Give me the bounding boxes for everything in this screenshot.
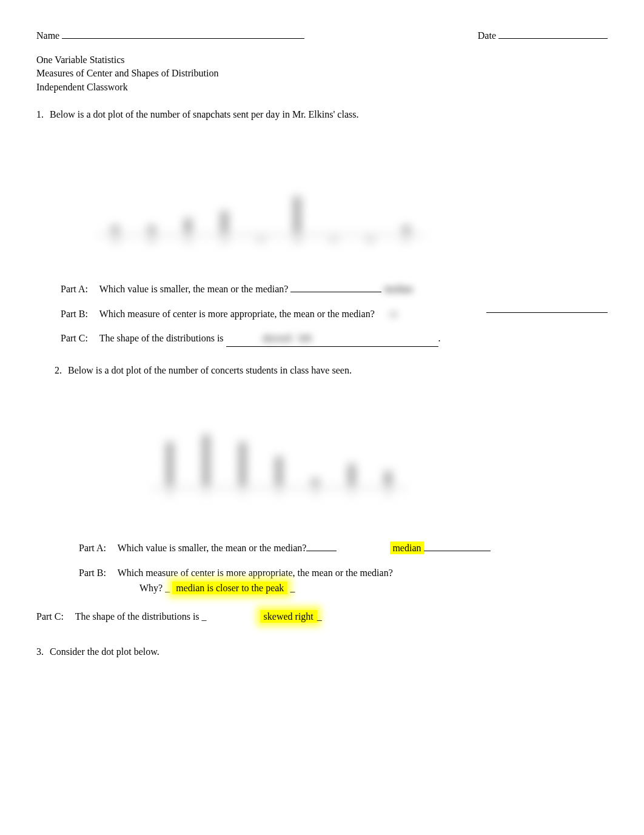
axis-tick: 5	[334, 488, 370, 498]
partA-blur-answer: median	[384, 281, 412, 297]
axis-tick: 19	[97, 235, 133, 245]
axis-tick: 25	[315, 235, 352, 245]
axis-tick: 0	[152, 488, 188, 498]
axis-tick: 6	[370, 488, 406, 498]
date-blank[interactable]	[498, 38, 608, 39]
q1-partA: Part A: Which value is smaller, the mean…	[61, 281, 608, 297]
q1-partB: Part B: Which measure of center is more …	[61, 306, 608, 322]
course-info: One Variable Statistics Measures of Cent…	[36, 53, 608, 94]
partA-blank[interactable]	[290, 292, 381, 292]
axis-tick: 27	[388, 235, 424, 245]
header-row: Name Date	[36, 30, 608, 41]
partA-answer: median	[390, 542, 423, 554]
partC-blank[interactable]: skewed left	[226, 330, 438, 347]
partC-text: The shape of the distributions is _	[75, 611, 207, 622]
axis-tick: 26	[352, 235, 388, 245]
q2-text: Below is a dot plot of the number of con…	[68, 365, 352, 376]
name-blank[interactable]	[62, 38, 304, 39]
partC-blur-answer: skewed left	[263, 330, 312, 346]
partC-label: Part C:	[36, 611, 73, 622]
q2-partA: Part A: Which value is smaller, the mean…	[79, 540, 608, 556]
partA-text: Which value is smaller, the mean or the …	[99, 284, 289, 294]
partA-label: Part A:	[61, 281, 97, 297]
partA-text: Which value is smaller, the mean or the …	[118, 543, 307, 553]
axis-tick: 3	[261, 488, 297, 498]
name-label: Name	[36, 30, 59, 41]
partB-why-label: Why? _	[139, 583, 170, 593]
axis-tick: 2	[224, 488, 261, 498]
partB-text: Which measure of center is more appropri…	[118, 568, 393, 578]
partA-label: Part A:	[79, 540, 115, 556]
partC-text: The shape of the distributions is	[99, 333, 224, 343]
axis-tick: 23	[243, 235, 279, 245]
partB-right-blank[interactable]	[486, 312, 608, 313]
partB-label: Part B:	[79, 565, 115, 581]
date-field: Date	[478, 30, 608, 41]
partB-blur-answer: ⬭	[389, 306, 398, 322]
q2-partB: Part B: Which measure of center is more …	[79, 565, 608, 596]
partA-small-blank[interactable]	[306, 551, 337, 551]
q1-intro: 1. Below is a dot plot of the number of …	[36, 109, 608, 120]
q3-text: Consider the dot plot below.	[50, 646, 159, 657]
course-line2: Measures of Center and Shapes of Distrib…	[36, 67, 608, 80]
name-field: Name	[36, 30, 304, 41]
q1-number: 1.	[36, 109, 44, 120]
q3-intro: 3. Consider the dot plot below.	[36, 646, 608, 657]
q2-number: 2.	[55, 365, 62, 376]
axis-tick: 20	[133, 235, 170, 245]
axis-tick: 22	[206, 235, 243, 245]
axis-tick: 4	[297, 488, 334, 498]
q2-partC: Part C: The shape of the distributions i…	[36, 611, 608, 622]
q1-text: Below is a dot plot of the number of sna…	[50, 109, 358, 120]
partB-answer: median is closer to the peak	[172, 582, 287, 594]
partB-label: Part B:	[61, 306, 97, 322]
q2-intro: 2. Below is a dot plot of the number of …	[55, 365, 608, 376]
partC-label: Part C:	[61, 330, 97, 346]
course-line1: One Variable Statistics	[36, 53, 608, 67]
axis-tick: 21	[170, 235, 206, 245]
date-label: Date	[478, 30, 496, 41]
partB-why-row: Why? _ median is closer to the peak _	[139, 580, 608, 596]
axis-tick: 24	[279, 235, 315, 245]
q3-number: 3.	[36, 646, 44, 657]
q2-block: 2. Below is a dot plot of the number of …	[55, 365, 608, 596]
partB-text: Which measure of center is more appropri…	[99, 309, 375, 319]
q2-dotplot: 0 1 2 3 4 5 6	[127, 385, 608, 522]
axis-tick: 1	[188, 488, 224, 498]
course-line3: Independent Classwork	[36, 81, 608, 94]
partC-answer: skewed right	[260, 610, 317, 623]
q1-dotplot: 19 20 21 22 23 24 25 26 27	[36, 132, 608, 269]
partA-trail-blank	[424, 551, 491, 551]
q1-partC: Part C: The shape of the distributions i…	[61, 330, 608, 347]
